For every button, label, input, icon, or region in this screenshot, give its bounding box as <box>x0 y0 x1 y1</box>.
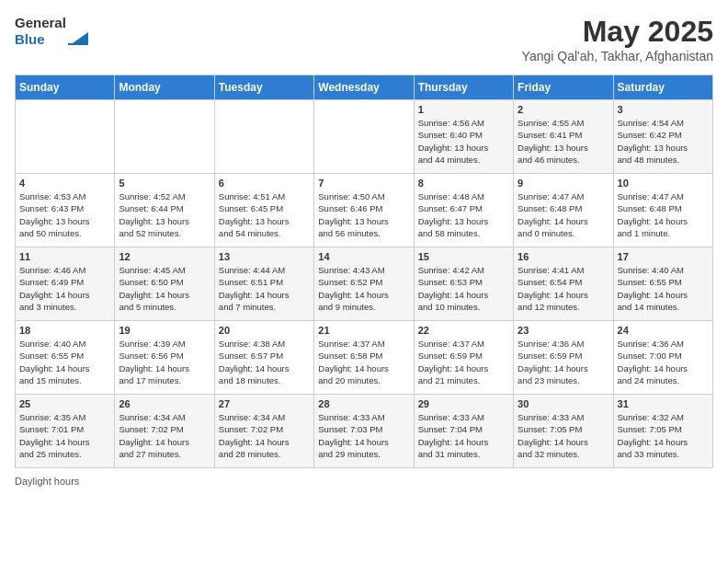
calendar-cell: 1Sunrise: 4:56 AM Sunset: 6:40 PM Daylig… <box>414 100 513 174</box>
day-info: Sunrise: 4:53 AM Sunset: 6:43 PM Dayligh… <box>19 190 110 239</box>
weekday-header-thursday: Thursday <box>414 75 513 100</box>
weekday-header-monday: Monday <box>115 75 214 100</box>
calendar-cell: 26Sunrise: 4:34 AM Sunset: 7:02 PM Dayli… <box>115 395 214 468</box>
calendar-cell <box>115 100 214 174</box>
calendar-cell: 27Sunrise: 4:34 AM Sunset: 7:02 PM Dayli… <box>214 395 313 468</box>
day-info: Sunrise: 4:54 AM Sunset: 6:42 PM Dayligh… <box>618 117 709 166</box>
day-info: Sunrise: 4:47 AM Sunset: 6:48 PM Dayligh… <box>518 190 609 239</box>
calendar-cell: 22Sunrise: 4:37 AM Sunset: 6:59 PM Dayli… <box>414 321 513 395</box>
day-number: 28 <box>318 398 409 409</box>
day-number: 31 <box>618 398 709 409</box>
calendar-cell: 9Sunrise: 4:47 AM Sunset: 6:48 PM Daylig… <box>514 174 613 247</box>
day-info: Sunrise: 4:37 AM Sunset: 6:58 PM Dayligh… <box>318 338 409 386</box>
day-number: 23 <box>518 325 609 336</box>
day-info: Sunrise: 4:38 AM Sunset: 6:57 PM Dayligh… <box>219 338 310 386</box>
day-number: 6 <box>219 178 310 189</box>
day-number: 26 <box>119 398 210 409</box>
logo-general-text: General <box>15 15 66 31</box>
calendar-cell: 12Sunrise: 4:45 AM Sunset: 6:50 PM Dayli… <box>115 247 214 321</box>
day-number: 27 <box>219 398 310 409</box>
day-number: 1 <box>418 104 509 115</box>
calendar-cell: 7Sunrise: 4:50 AM Sunset: 6:46 PM Daylig… <box>314 174 414 247</box>
day-info: Sunrise: 4:44 AM Sunset: 6:51 PM Dayligh… <box>219 264 310 313</box>
weekday-header-tuesday: Tuesday <box>214 75 313 100</box>
day-number: 12 <box>119 251 210 262</box>
day-info: Sunrise: 4:47 AM Sunset: 6:48 PM Dayligh… <box>618 190 709 239</box>
day-info: Sunrise: 4:34 AM Sunset: 7:02 PM Dayligh… <box>119 411 210 460</box>
calendar-cell: 21Sunrise: 4:37 AM Sunset: 6:58 PM Dayli… <box>314 321 414 395</box>
day-info: Sunrise: 4:34 AM Sunset: 7:02 PM Dayligh… <box>219 411 310 460</box>
calendar-cell: 29Sunrise: 4:33 AM Sunset: 7:04 PM Dayli… <box>414 395 513 468</box>
svg-rect-1 <box>68 43 88 45</box>
day-number: 24 <box>618 325 709 336</box>
day-info: Sunrise: 4:40 AM Sunset: 6:55 PM Dayligh… <box>19 338 110 386</box>
day-info: Sunrise: 4:37 AM Sunset: 6:59 PM Dayligh… <box>418 338 509 386</box>
day-info: Sunrise: 4:35 AM Sunset: 7:01 PM Dayligh… <box>19 411 110 460</box>
day-number: 9 <box>518 178 609 189</box>
day-info: Sunrise: 4:51 AM Sunset: 6:45 PM Dayligh… <box>219 190 310 239</box>
day-number: 25 <box>19 398 110 409</box>
day-info: Sunrise: 4:33 AM Sunset: 7:05 PM Dayligh… <box>518 411 609 460</box>
calendar-cell: 2Sunrise: 4:55 AM Sunset: 6:41 PM Daylig… <box>514 100 613 174</box>
day-number: 18 <box>19 325 110 336</box>
day-info: Sunrise: 4:33 AM Sunset: 7:03 PM Dayligh… <box>318 411 409 460</box>
calendar-cell: 13Sunrise: 4:44 AM Sunset: 6:51 PM Dayli… <box>214 247 313 321</box>
footer: Daylight hours <box>15 476 713 487</box>
weekday-header-wednesday: Wednesday <box>314 75 414 100</box>
calendar-cell <box>16 100 115 174</box>
calendar-week-3: 11Sunrise: 4:46 AM Sunset: 6:49 PM Dayli… <box>16 247 713 321</box>
calendar-cell: 24Sunrise: 4:36 AM Sunset: 7:00 PM Dayli… <box>613 321 712 395</box>
day-info: Sunrise: 4:55 AM Sunset: 6:41 PM Dayligh… <box>518 117 609 166</box>
day-number: 10 <box>618 178 709 189</box>
day-info: Sunrise: 4:41 AM Sunset: 6:54 PM Dayligh… <box>518 264 609 313</box>
calendar-week-1: 1Sunrise: 4:56 AM Sunset: 6:40 PM Daylig… <box>16 100 713 174</box>
logo-blue-text: Blue <box>15 31 66 48</box>
calendar-header: SundayMondayTuesdayWednesdayThursdayFrid… <box>16 75 713 100</box>
weekday-header-sunday: Sunday <box>16 75 115 100</box>
day-info: Sunrise: 4:33 AM Sunset: 7:04 PM Dayligh… <box>418 411 509 460</box>
calendar-cell: 18Sunrise: 4:40 AM Sunset: 6:55 PM Dayli… <box>16 321 115 395</box>
calendar-cell <box>214 100 313 174</box>
day-info: Sunrise: 4:40 AM Sunset: 6:55 PM Dayligh… <box>618 264 709 313</box>
day-number: 5 <box>119 178 210 189</box>
calendar-cell: 20Sunrise: 4:38 AM Sunset: 6:57 PM Dayli… <box>214 321 313 395</box>
logo-icon <box>68 19 88 45</box>
calendar-cell: 28Sunrise: 4:33 AM Sunset: 7:03 PM Dayli… <box>314 395 414 468</box>
calendar-cell: 16Sunrise: 4:41 AM Sunset: 6:54 PM Dayli… <box>514 247 613 321</box>
month-title: May 2025 <box>522 15 713 49</box>
calendar-cell: 31Sunrise: 4:32 AM Sunset: 7:05 PM Dayli… <box>613 395 712 468</box>
calendar-table: SundayMondayTuesdayWednesdayThursdayFrid… <box>15 75 713 468</box>
calendar-week-4: 18Sunrise: 4:40 AM Sunset: 6:55 PM Dayli… <box>16 321 713 395</box>
svg-marker-0 <box>70 32 88 45</box>
calendar-cell: 4Sunrise: 4:53 AM Sunset: 6:43 PM Daylig… <box>16 174 115 247</box>
day-info: Sunrise: 4:46 AM Sunset: 6:49 PM Dayligh… <box>19 264 110 313</box>
day-info: Sunrise: 4:39 AM Sunset: 6:56 PM Dayligh… <box>119 338 210 386</box>
day-info: Sunrise: 4:32 AM Sunset: 7:05 PM Dayligh… <box>618 411 709 460</box>
day-info: Sunrise: 4:45 AM Sunset: 6:50 PM Dayligh… <box>119 264 210 313</box>
day-info: Sunrise: 4:48 AM Sunset: 6:47 PM Dayligh… <box>418 190 509 239</box>
calendar-cell <box>314 100 414 174</box>
day-number: 29 <box>418 398 509 409</box>
calendar-cell: 6Sunrise: 4:51 AM Sunset: 6:45 PM Daylig… <box>214 174 313 247</box>
day-number: 22 <box>418 325 509 336</box>
calendar-cell: 3Sunrise: 4:54 AM Sunset: 6:42 PM Daylig… <box>613 100 712 174</box>
day-info: Sunrise: 4:43 AM Sunset: 6:52 PM Dayligh… <box>318 264 409 313</box>
header: General Blue May 2025 Yangi Qal'ah, Takh… <box>15 15 713 63</box>
calendar-week-2: 4Sunrise: 4:53 AM Sunset: 6:43 PM Daylig… <box>16 174 713 247</box>
day-number: 2 <box>518 104 609 115</box>
calendar-cell: 25Sunrise: 4:35 AM Sunset: 7:01 PM Dayli… <box>16 395 115 468</box>
calendar-cell: 15Sunrise: 4:42 AM Sunset: 6:53 PM Dayli… <box>414 247 513 321</box>
day-number: 11 <box>19 251 110 262</box>
day-info: Sunrise: 4:56 AM Sunset: 6:40 PM Dayligh… <box>418 117 509 166</box>
logo: General Blue <box>15 15 88 48</box>
calendar-week-5: 25Sunrise: 4:35 AM Sunset: 7:01 PM Dayli… <box>16 395 713 468</box>
calendar-cell: 5Sunrise: 4:52 AM Sunset: 6:44 PM Daylig… <box>115 174 214 247</box>
day-info: Sunrise: 4:42 AM Sunset: 6:53 PM Dayligh… <box>418 264 509 313</box>
day-info: Sunrise: 4:36 AM Sunset: 6:59 PM Dayligh… <box>518 338 609 386</box>
day-info: Sunrise: 4:36 AM Sunset: 7:00 PM Dayligh… <box>618 338 709 386</box>
title-area: May 2025 Yangi Qal'ah, Takhar, Afghanist… <box>522 15 713 63</box>
day-number: 21 <box>318 325 409 336</box>
day-number: 30 <box>518 398 609 409</box>
calendar-body: 1Sunrise: 4:56 AM Sunset: 6:40 PM Daylig… <box>16 100 713 468</box>
calendar-cell: 10Sunrise: 4:47 AM Sunset: 6:48 PM Dayli… <box>613 174 712 247</box>
